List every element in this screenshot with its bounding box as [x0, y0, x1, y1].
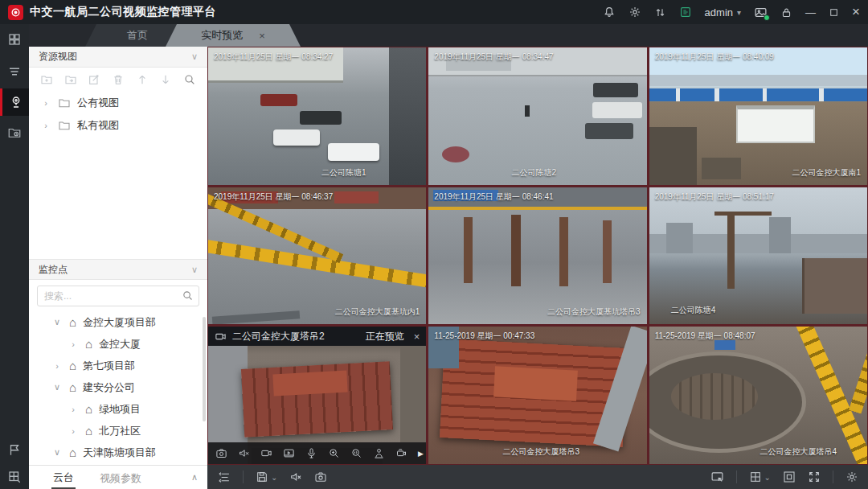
- tree-item-label: 私有视图: [77, 118, 119, 133]
- username-label: admin: [705, 6, 733, 18]
- tree-item-site[interactable]: › ⌂ 第七项目部: [29, 355, 207, 376]
- minimize-button[interactable]: —: [805, 6, 816, 18]
- lock-icon[interactable]: [780, 6, 792, 18]
- monitor-points-header[interactable]: 监控点 ∨: [29, 259, 207, 280]
- move-up-icon[interactable]: [136, 73, 149, 86]
- close-button[interactable]: ×: [852, 4, 860, 20]
- video-feed: [649, 327, 867, 464]
- video-cell-1[interactable]: 2019年11月25日 星期一 08:34:27 二公司陈塘1: [208, 47, 426, 185]
- delete-icon[interactable]: [112, 73, 125, 86]
- menu-lines-icon[interactable]: [0, 58, 29, 85]
- tab-ptz[interactable]: 云台: [51, 466, 76, 489]
- chevron-open-icon: ∨: [51, 447, 63, 458]
- home-icon: ⌂: [85, 403, 92, 415]
- tab-close-icon[interactable]: ×: [259, 30, 265, 42]
- chevron-right-icon: ›: [68, 339, 79, 349]
- apps-grid-icon[interactable]: [0, 26, 29, 53]
- video-cell-6[interactable]: 2019年11月25日 星期一 08:51:17 二公司陈塘4: [649, 187, 867, 325]
- zoom-3d-icon[interactable]: [350, 447, 362, 459]
- tree-item-private-views[interactable]: › 私有视图: [29, 114, 207, 137]
- stream-list-icon[interactable]: [217, 471, 231, 484]
- timestamp-overlay: 2019年11月25日 星期一 08:46:41: [434, 191, 553, 203]
- tree-scrollbar[interactable]: [203, 317, 206, 421]
- search-input[interactable]: [37, 286, 199, 306]
- search-icon[interactable]: [182, 290, 194, 302]
- settings-gear-icon[interactable]: [628, 6, 641, 18]
- move-down-icon[interactable]: [159, 73, 172, 86]
- ptz-panel-tabs: 云台 视频参数 ∧: [29, 465, 207, 489]
- tree-item-site[interactable]: › ⌂ 北万社区: [29, 420, 207, 442]
- video-cell-8[interactable]: 11-25-2019 星期一 00:47:33 二公司金控大厦塔吊3: [428, 327, 646, 464]
- video-cell-2[interactable]: 2019年11月25日 星期一 08:34:47 二公司陈塘2: [428, 47, 646, 185]
- camera-name: 二公司金控大厦塔吊2: [232, 330, 325, 343]
- playback-rail-item[interactable]: [0, 119, 29, 146]
- video-feed: [649, 47, 867, 185]
- tree-item-site[interactable]: ∨ ⌂ 天津陈塘项目部: [29, 442, 207, 463]
- resource-view-title: 资源视图: [39, 50, 77, 64]
- collapse-chevron-icon[interactable]: ∧: [191, 472, 198, 483]
- playback-icon[interactable]: [283, 447, 295, 459]
- add-folder-icon[interactable]: [40, 73, 53, 86]
- tree-item-site[interactable]: › ⌂ 绿地项目: [29, 398, 207, 420]
- bell-icon[interactable]: [603, 6, 616, 18]
- maximize-button[interactable]: [829, 7, 839, 18]
- grid-layout-button[interactable]: ⌄: [749, 471, 771, 483]
- person-track-icon[interactable]: [373, 447, 385, 459]
- chevron-open-icon: ∨: [51, 317, 63, 327]
- video-icon[interactable]: [260, 447, 272, 459]
- camera-caption: 二公司金控大厦南1: [792, 167, 861, 179]
- chevron-down-icon: ∨: [191, 51, 198, 62]
- video-cell-9[interactable]: 11-25-2019 星期一 08:48:07 二公司金控大厦塔吊4: [649, 327, 867, 464]
- sort-arrows-icon[interactable]: [654, 6, 666, 18]
- search-icon[interactable]: [183, 73, 196, 86]
- tab-video-params[interactable]: 视频参数: [98, 467, 143, 488]
- screen-select-icon[interactable]: [710, 471, 724, 484]
- tree-item-site[interactable]: ∨ ⌂ 金控大厦项目部: [29, 311, 207, 333]
- user-menu[interactable]: admin ▾: [705, 6, 741, 18]
- layout-rail-item[interactable]: [0, 463, 29, 489]
- video-cell-4[interactable]: 2019年11月25日 星期一 08:46:37 二公司金控大厦基坑内1: [208, 187, 426, 325]
- mute-icon[interactable]: [238, 447, 250, 459]
- chevron-open-icon: ∨: [51, 382, 63, 392]
- chevron-down-icon: ⌄: [764, 473, 771, 482]
- bottom-toolbar: ⌄ ⌄: [207, 465, 868, 489]
- edit-icon[interactable]: [88, 73, 100, 86]
- zoom-in-icon[interactable]: [328, 447, 340, 459]
- monitor-points-title: 监控点: [39, 263, 68, 277]
- resource-toolbar: [29, 68, 207, 92]
- monitor-search: [37, 286, 199, 306]
- surveillance-app: 中交一航局二公司视频监控管理平台 admin ▾: [0, 0, 868, 489]
- snapshot-all-icon[interactable]: [314, 471, 327, 483]
- tab-live-preview[interactable]: 实时预览 ×: [166, 24, 301, 47]
- tree-item-public-views[interactable]: › 公有视图: [29, 92, 207, 114]
- stream-media-icon[interactable]: [679, 6, 692, 18]
- camera-caption: 二公司金控大厦基坑塔吊3: [547, 306, 641, 318]
- snapshot-icon[interactable]: [215, 447, 227, 459]
- flag-rail-item[interactable]: [0, 436, 29, 463]
- resource-sidebar: 资源视图 ∨ › 公有视图 › 私有视图 监控点: [29, 47, 207, 465]
- fit-window-icon[interactable]: [783, 471, 796, 483]
- add-view-icon[interactable]: [64, 73, 77, 86]
- save-icon: [256, 471, 268, 483]
- video-cell-7-selected[interactable]: 二公司金控大厦塔吊2 正在预览 × ▶: [208, 327, 426, 464]
- video-cell-5[interactable]: 2019年11月25日 星期一 08:46:41 二公司金控大厦基坑塔吊3: [428, 187, 646, 325]
- more-tools-arrow-icon[interactable]: ▶: [418, 450, 424, 458]
- home-icon: ⌂: [69, 446, 76, 458]
- toolbar-divider: [736, 471, 737, 483]
- home-icon: ⌂: [85, 425, 92, 437]
- mute-all-icon[interactable]: [289, 471, 302, 483]
- live-preview-rail-item[interactable]: [0, 88, 29, 116]
- video-cell-3[interactable]: 2019年11月25日 星期一 08:40:09 二公司金控大厦南1: [649, 47, 867, 185]
- timestamp-overlay: 11-25-2019 星期一 08:48:07: [655, 331, 755, 342]
- close-stream-icon[interactable]: ×: [414, 331, 420, 343]
- tree-item-site[interactable]: › ⌂ 金控大厦: [29, 333, 207, 355]
- snapshot-status-icon[interactable]: [754, 6, 768, 19]
- mic-icon[interactable]: [305, 447, 317, 459]
- fullscreen-icon[interactable]: [808, 471, 821, 483]
- save-view-button[interactable]: ⌄: [256, 471, 277, 483]
- ptz-setup-icon[interactable]: [395, 447, 407, 459]
- tree-item-site[interactable]: ∨ ⌂ 建安分公司: [29, 376, 207, 398]
- settings-gear-icon[interactable]: [845, 471, 858, 483]
- chevron-right-icon: ›: [40, 121, 51, 130]
- resource-view-header[interactable]: 资源视图 ∨: [29, 47, 207, 68]
